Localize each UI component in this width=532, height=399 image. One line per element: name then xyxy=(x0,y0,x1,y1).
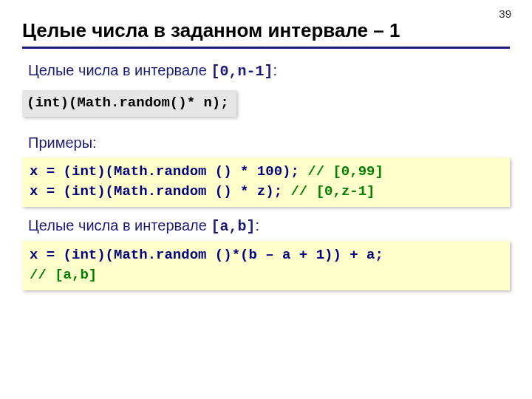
intro1-text: Целые числа в интервале xyxy=(28,62,211,78)
code2-line2-code: x = (int)(Math.random () * z); xyxy=(30,183,290,200)
intro1-mono: [0,n-1] xyxy=(211,63,273,80)
examples-label: Примеры: xyxy=(28,134,510,151)
code3-line2: // [a,b] xyxy=(30,265,502,286)
intro2-text: Целые числа в интервале xyxy=(28,217,211,233)
intro-line-1: Целые числа в интервале [0,n-1]: xyxy=(28,62,510,80)
code2-line1-comment: // [0,99] xyxy=(307,163,383,180)
code2-line2-comment: // [0,z-1] xyxy=(290,183,375,200)
code-block-1: (int)(Math.random()* n); xyxy=(22,90,236,117)
slide-title: Целые числа в заданном интервале – 1 xyxy=(22,19,510,42)
intro1-suffix: : xyxy=(273,62,277,78)
code3-line1: x = (int)(Math.random ()*(b – a + 1)) + … xyxy=(30,245,502,266)
intro2-mono: [a,b] xyxy=(211,218,255,235)
code2-line1-code: x = (int)(Math.random () * 100); xyxy=(30,163,307,180)
code2-line1: x = (int)(Math.random () * 100); // [0,9… xyxy=(30,162,502,183)
code2-line2: x = (int)(Math.random () * z); // [0,z-1… xyxy=(30,182,502,202)
code-block-3: x = (int)(Math.random ()*(b – a + 1)) + … xyxy=(22,241,510,290)
slide-content: Целые числа в заданном интервале – 1 Цел… xyxy=(0,0,532,316)
intro-line-2: Целые числа в интервале [a,b]: xyxy=(28,217,510,235)
code-block-2: x = (int)(Math.random () * 100); // [0,9… xyxy=(22,157,510,207)
title-rule xyxy=(22,47,510,49)
intro2-suffix: : xyxy=(255,217,259,233)
page-number: 39 xyxy=(499,7,511,20)
